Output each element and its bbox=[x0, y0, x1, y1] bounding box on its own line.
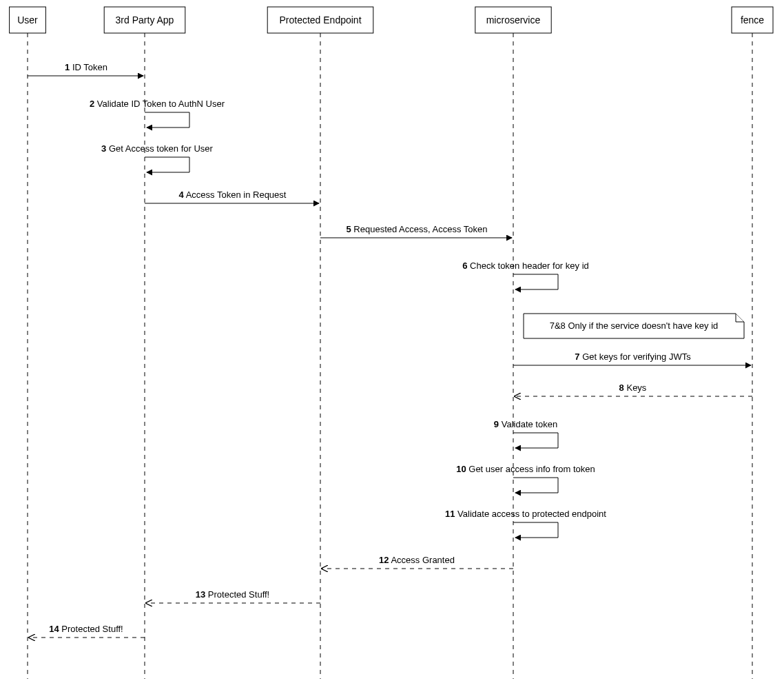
actor-label: Protected Endpoint bbox=[279, 14, 361, 26]
actor-label: User bbox=[17, 14, 38, 26]
message-label: 9 Validate token bbox=[494, 419, 557, 429]
note-text: 7&8 Only if the service doesn't have key… bbox=[550, 320, 719, 331]
actor-label: microservice bbox=[486, 14, 541, 26]
message-11: 11 Validate access to protected endpoint bbox=[445, 509, 606, 538]
message-label: 12 Access Granted bbox=[379, 555, 455, 565]
actor-label: fence bbox=[741, 14, 764, 26]
message-12: 12 Access Granted bbox=[322, 555, 513, 569]
message-label: 7 Get keys for verifying JWTs bbox=[575, 351, 691, 362]
message-arrow bbox=[145, 157, 189, 172]
message-label: 11 Validate access to protected endpoint bbox=[445, 509, 606, 519]
message-arrow bbox=[513, 274, 558, 289]
message-10: 10 Get user access info from token bbox=[456, 464, 595, 493]
message-label: 2 Validate ID Token to AuthN User bbox=[90, 99, 225, 109]
message-1: 1 ID Token bbox=[28, 62, 143, 76]
message-8: 8 Keys bbox=[515, 383, 752, 396]
message-3: 3 Get Access token for User bbox=[101, 143, 214, 172]
message-arrow bbox=[513, 522, 558, 538]
message-7: 7 Get keys for verifying JWTs bbox=[513, 351, 751, 365]
sequence-diagram: User3rd Party AppProtected Endpointmicro… bbox=[0, 0, 784, 683]
message-2: 2 Validate ID Token to AuthN User bbox=[90, 99, 225, 128]
message-label: 14 Protected Stuff! bbox=[49, 624, 123, 634]
message-14: 14 Protected Stuff! bbox=[29, 624, 145, 638]
message-13: 13 Protected Stuff! bbox=[146, 589, 320, 603]
message-arrow bbox=[145, 112, 189, 128]
message-9: 9 Validate token bbox=[494, 419, 558, 448]
message-label: 3 Get Access token for User bbox=[101, 143, 214, 154]
message-4: 4 Access Token in Request bbox=[145, 190, 319, 203]
message-arrow bbox=[513, 433, 558, 448]
message-5: 5 Requested Access, Access Token bbox=[320, 224, 512, 238]
actor-label: 3rd Party App bbox=[116, 14, 174, 26]
message-6: 6 Check token header for key id bbox=[462, 261, 589, 289]
message-label: 4 Access Token in Request bbox=[179, 190, 287, 200]
message-label: 6 Check token header for key id bbox=[462, 261, 589, 271]
message-label: 10 Get user access info from token bbox=[456, 464, 595, 474]
message-label: 8 Keys bbox=[619, 383, 647, 393]
message-label: 13 Protected Stuff! bbox=[196, 589, 269, 600]
message-arrow bbox=[513, 478, 558, 493]
message-label: 1 ID Token bbox=[65, 62, 107, 72]
message-label: 5 Requested Access, Access Token bbox=[346, 224, 487, 234]
